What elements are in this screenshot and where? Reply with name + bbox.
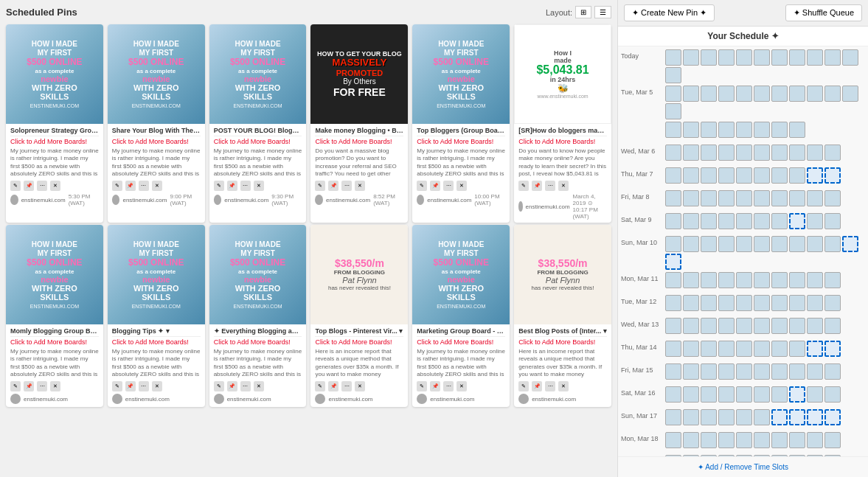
- add-remove-timeslots-button[interactable]: ✦ Add / Remove Time Slots: [618, 456, 868, 477]
- create-pin-button[interactable]: ✦ Create New Pin ✦: [624, 4, 715, 21]
- sched-thumb[interactable]: [665, 341, 681, 357]
- pin-icon-save-9[interactable]: 📌: [227, 381, 237, 391]
- pin-icon-edit-2[interactable]: ✎: [112, 181, 122, 191]
- sched-thumb[interactable]: [736, 213, 752, 229]
- pin-add-boards-6[interactable]: Click to Add More Boards!: [518, 138, 607, 145]
- sched-thumb[interactable]: [718, 213, 735, 229]
- sched-thumb[interactable]: [736, 295, 752, 311]
- pin-image-11[interactable]: How I mademy first $500 ONLINE as a comp…: [412, 225, 510, 324]
- sched-thumb[interactable]: [771, 341, 788, 357]
- sched-thumb[interactable]: [665, 363, 681, 380]
- pin-add-boards-7[interactable]: Click to Add More Boards!: [10, 338, 99, 346]
- sched-thumb[interactable]: [701, 167, 717, 184]
- sched-thumb[interactable]: [754, 295, 770, 311]
- pin-icon-save-2[interactable]: 📌: [125, 181, 136, 191]
- sched-thumb-highlight[interactable]: [807, 341, 823, 357]
- sched-thumb[interactable]: [736, 167, 752, 184]
- pin-icon-del-6[interactable]: ✕: [558, 181, 569, 191]
- sched-thumb[interactable]: [754, 409, 770, 425]
- sched-thumb[interactable]: [771, 318, 788, 334]
- pin-icon-del-11[interactable]: ✕: [456, 381, 467, 391]
- pin-icon-more-4[interactable]: ⋯: [341, 181, 352, 191]
- sched-thumb[interactable]: [771, 122, 788, 138]
- pin-icon-del-4[interactable]: ✕: [355, 181, 365, 191]
- pin-add-boards-1[interactable]: Click to Add More Boards!: [10, 138, 99, 145]
- sched-thumb[interactable]: [665, 103, 681, 119]
- sched-thumb[interactable]: [789, 318, 805, 334]
- sched-thumb[interactable]: [771, 167, 788, 184]
- sched-thumb[interactable]: [754, 272, 770, 288]
- pin-icon-save-11[interactable]: 📌: [430, 381, 440, 391]
- sched-thumb[interactable]: [754, 167, 770, 184]
- sched-thumb[interactable]: [754, 213, 770, 229]
- sched-thumb[interactable]: [665, 386, 681, 403]
- sched-thumb[interactable]: [842, 86, 858, 102]
- sched-thumb[interactable]: [771, 86, 788, 102]
- sched-thumb[interactable]: [807, 363, 823, 380]
- sched-thumb[interactable]: [824, 386, 841, 403]
- pin-add-boards-8[interactable]: Click to Add More Boards!: [112, 338, 201, 346]
- sched-thumb[interactable]: [683, 363, 699, 380]
- sched-thumb[interactable]: [736, 190, 752, 206]
- pin-add-boards-10[interactable]: Click to Add More Boards!: [315, 338, 403, 346]
- sched-thumb[interactable]: [736, 86, 752, 102]
- shuffle-queue-button[interactable]: ✦ Shuffle Queue: [785, 4, 862, 21]
- sched-thumb[interactable]: [718, 341, 735, 357]
- pin-icon-edit-12[interactable]: ✎: [518, 381, 529, 391]
- sched-thumb[interactable]: [683, 432, 699, 448]
- sched-thumb[interactable]: [824, 295, 841, 311]
- pin-icon-more-5[interactable]: ⋯: [443, 181, 454, 191]
- sched-thumb[interactable]: [771, 363, 788, 380]
- sched-thumb[interactable]: [736, 409, 752, 425]
- sched-thumb[interactable]: [701, 432, 717, 448]
- sched-thumb[interactable]: [771, 295, 788, 311]
- sched-thumb[interactable]: [718, 86, 735, 102]
- sched-thumb[interactable]: [701, 295, 717, 311]
- sched-thumb[interactable]: [718, 145, 735, 161]
- sched-thumb[interactable]: [807, 86, 823, 102]
- sched-thumb[interactable]: [807, 295, 823, 311]
- sched-thumb[interactable]: [824, 432, 841, 448]
- sched-thumb[interactable]: [736, 272, 752, 288]
- pin-icon-del-8[interactable]: ✕: [152, 381, 162, 391]
- sched-thumb[interactable]: [754, 318, 770, 334]
- sched-thumb-highlight[interactable]: [807, 409, 823, 425]
- sched-thumb[interactable]: [789, 295, 805, 311]
- sched-thumb[interactable]: [718, 190, 735, 206]
- sched-thumb[interactable]: [736, 363, 752, 380]
- sched-thumb[interactable]: [683, 49, 699, 66]
- sched-thumb[interactable]: [789, 86, 805, 102]
- sched-thumb[interactable]: [665, 318, 681, 334]
- sched-thumb[interactable]: [754, 386, 770, 403]
- sched-thumb[interactable]: [683, 236, 699, 252]
- sched-thumb[interactable]: [718, 122, 735, 138]
- sched-thumb[interactable]: [718, 386, 735, 403]
- sched-thumb[interactable]: [718, 432, 735, 448]
- pin-icon-edit-10[interactable]: ✎: [315, 381, 325, 391]
- pin-icon-save-10[interactable]: 📌: [328, 381, 338, 391]
- sched-thumb[interactable]: [665, 272, 681, 288]
- sched-thumb[interactable]: [665, 86, 681, 102]
- pin-icon-more-2[interactable]: ⋯: [139, 181, 149, 191]
- sched-thumb-highlight[interactable]: [807, 167, 823, 184]
- pin-icon-del-7[interactable]: ✕: [50, 381, 60, 391]
- pin-image-12[interactable]: $38,550/m FROM BLOGGING Pat Flynn has ne…: [514, 225, 611, 324]
- pin-icon-save-7[interactable]: 📌: [24, 381, 34, 391]
- sched-thumb[interactable]: [824, 49, 841, 66]
- sched-thumb[interactable]: [665, 409, 681, 425]
- pin-add-boards-2[interactable]: Click to Add More Boards!: [112, 138, 201, 145]
- sched-thumb[interactable]: [789, 341, 805, 357]
- sched-thumb[interactable]: [701, 122, 717, 138]
- pin-icon-del-3[interactable]: ✕: [254, 181, 264, 191]
- sched-thumb[interactable]: [807, 272, 823, 288]
- pin-icon-edit-3[interactable]: ✎: [214, 181, 224, 191]
- sched-thumb[interactable]: [789, 272, 805, 288]
- sched-thumb[interactable]: [701, 236, 717, 252]
- pin-icon-del-1[interactable]: ✕: [50, 181, 60, 191]
- sched-thumb[interactable]: [824, 190, 841, 206]
- sched-thumb[interactable]: [718, 295, 735, 311]
- sched-thumb-highlight[interactable]: [842, 236, 858, 252]
- pin-icon-del-10[interactable]: ✕: [355, 381, 365, 391]
- sched-thumb[interactable]: [789, 49, 805, 66]
- sched-thumb[interactable]: [665, 67, 681, 83]
